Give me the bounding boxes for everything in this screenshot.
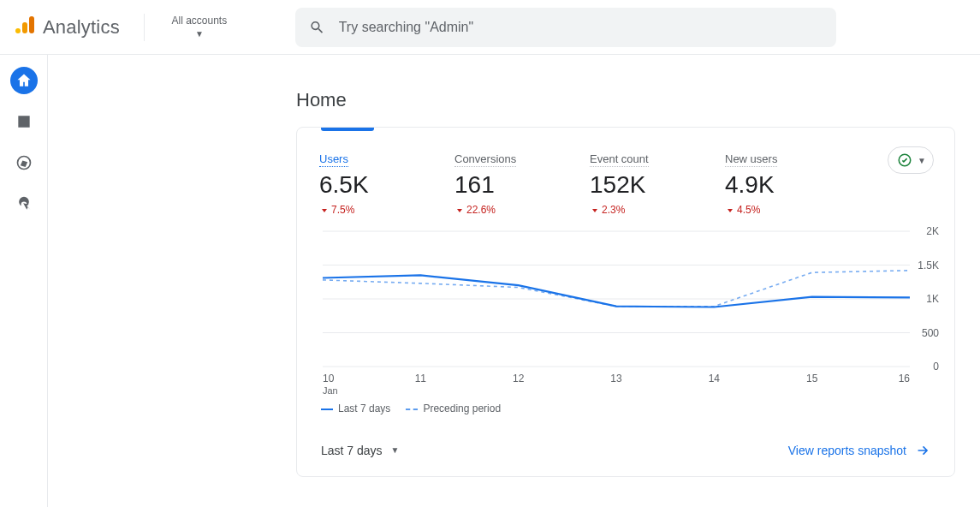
caret-down-icon: ▼ bbox=[195, 29, 204, 39]
svg-text:12: 12 bbox=[513, 373, 525, 385]
home-icon bbox=[15, 72, 33, 89]
legend-previous: Preceding period bbox=[406, 403, 501, 415]
nav-reports[interactable] bbox=[10, 108, 38, 135]
sidebar bbox=[0, 55, 48, 507]
bar-chart-icon bbox=[15, 113, 33, 130]
svg-text:1.5K: 1.5K bbox=[918, 259, 939, 271]
account-label: All accounts bbox=[171, 15, 227, 27]
metric-delta: 2.3% bbox=[590, 204, 725, 216]
chart-legend: Last 7 days Preceding period bbox=[319, 403, 932, 415]
svg-text:Jan: Jan bbox=[323, 385, 338, 396]
svg-text:13: 13 bbox=[610, 373, 622, 385]
click-icon bbox=[15, 195, 33, 212]
view-reports-snapshot-link[interactable]: View reports snapshot bbox=[788, 442, 932, 459]
search-input[interactable] bbox=[339, 20, 823, 35]
divider bbox=[144, 14, 145, 41]
svg-text:16: 16 bbox=[899, 373, 911, 385]
app-header: Analytics All accounts ▼ bbox=[0, 0, 980, 55]
content: Home Users6.5K7.5%Conversions16122.6%Eve… bbox=[48, 55, 980, 507]
arrow-down-icon bbox=[590, 205, 600, 215]
arrow-down-icon bbox=[725, 205, 735, 215]
svg-rect-1 bbox=[22, 22, 27, 33]
metric-tab-indicator bbox=[321, 128, 374, 131]
metric-label: Event count bbox=[590, 152, 649, 167]
caret-down-icon: ▼ bbox=[918, 156, 926, 165]
date-range-picker[interactable]: Last 7 days ▼ bbox=[319, 438, 401, 462]
brand-title: Analytics bbox=[43, 16, 120, 39]
metric-value: 152K bbox=[590, 172, 725, 199]
svg-text:1K: 1K bbox=[926, 293, 939, 305]
metric-users[interactable]: Users6.5K7.5% bbox=[319, 143, 454, 216]
svg-text:11: 11 bbox=[415, 373, 427, 385]
account-picker[interactable]: All accounts ▼ bbox=[165, 15, 234, 39]
nav-explore[interactable] bbox=[10, 149, 38, 176]
metric-label: New users bbox=[725, 152, 777, 167]
nav-home[interactable] bbox=[10, 67, 38, 94]
search-box[interactable] bbox=[295, 8, 836, 47]
metric-delta: 7.5% bbox=[319, 204, 454, 216]
metric-event-count[interactable]: Event count152K2.3% bbox=[590, 143, 725, 216]
explore-icon bbox=[15, 154, 33, 171]
status-pill[interactable]: ▼ bbox=[888, 146, 934, 174]
metric-label: Conversions bbox=[454, 152, 516, 167]
metric-delta: 4.5% bbox=[725, 204, 860, 216]
metrics-row: Users6.5K7.5%Conversions16122.6%Event co… bbox=[319, 143, 932, 216]
svg-text:10: 10 bbox=[323, 373, 335, 385]
metric-value: 161 bbox=[454, 172, 590, 199]
overview-card: Users6.5K7.5%Conversions16122.6%Event co… bbox=[296, 127, 955, 477]
line-chart: 05001K1.5K2K10111213141516Jan bbox=[319, 226, 944, 397]
caret-down-icon: ▼ bbox=[391, 445, 400, 455]
arrow-down-icon bbox=[319, 205, 330, 215]
arrow-down-icon bbox=[454, 205, 465, 215]
svg-text:15: 15 bbox=[806, 373, 818, 385]
page-title: Home bbox=[296, 89, 964, 111]
svg-text:500: 500 bbox=[922, 326, 939, 338]
brand[interactable]: Analytics bbox=[15, 15, 120, 39]
svg-text:2K: 2K bbox=[926, 226, 939, 237]
metric-label: Users bbox=[319, 152, 348, 167]
nav-advertising[interactable] bbox=[10, 190, 38, 218]
metric-new-users[interactable]: New users4.9K4.5% bbox=[725, 143, 860, 216]
analytics-logo-icon bbox=[15, 15, 34, 39]
snapshot-label: View reports snapshot bbox=[788, 444, 906, 457]
svg-text:0: 0 bbox=[933, 361, 939, 373]
metric-delta: 22.6% bbox=[454, 204, 590, 216]
svg-text:14: 14 bbox=[709, 373, 721, 385]
arrow-right-icon bbox=[915, 442, 932, 459]
metric-conversions[interactable]: Conversions16122.6% bbox=[454, 143, 590, 216]
svg-rect-2 bbox=[29, 16, 34, 33]
card-footer: Last 7 days ▼ View reports snapshot bbox=[319, 438, 932, 462]
search-icon bbox=[309, 19, 325, 36]
svg-rect-0 bbox=[15, 28, 21, 33]
metric-value: 4.9K bbox=[725, 172, 860, 199]
metric-value: 6.5K bbox=[319, 172, 454, 199]
chart: 05001K1.5K2K10111213141516Jan bbox=[319, 226, 932, 397]
range-label: Last 7 days bbox=[321, 444, 383, 457]
check-circle-icon bbox=[897, 152, 912, 168]
legend-current: Last 7 days bbox=[321, 403, 390, 415]
